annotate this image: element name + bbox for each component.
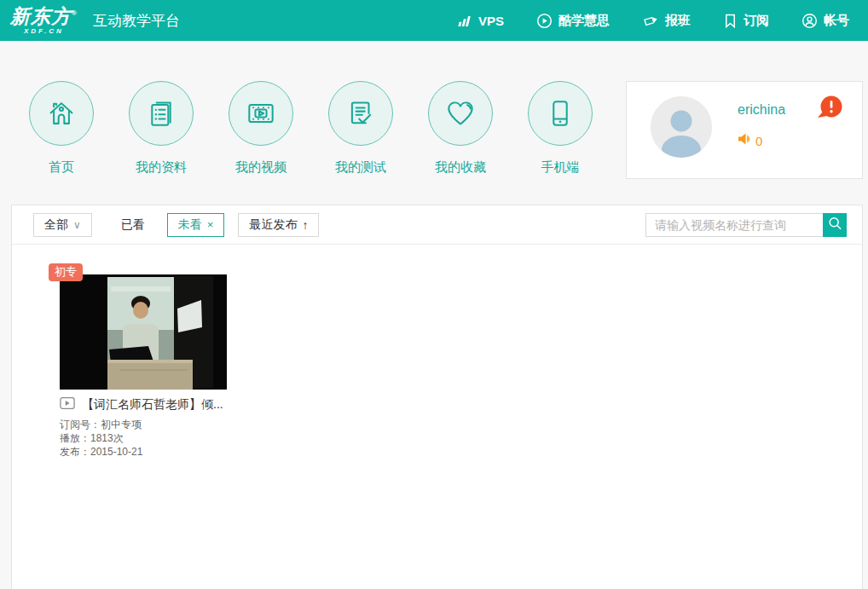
video-grid: 初专 [12,245,862,459]
xdf-logo[interactable]: 新东方® XDF.CN [10,7,78,35]
quick-item-mobile[interactable]: 手机端 [528,81,593,176]
nav-label: 帐号 [824,13,849,29]
video-title[interactable]: 【词汇名师石哲老师】倾... [82,397,223,413]
user-panel: erichina 0 [626,81,863,179]
video-plays: 播放：1813次 [60,431,227,445]
phone-icon [528,81,593,146]
nav-item-vps[interactable]: VPS [456,13,504,29]
search-input[interactable] [645,213,823,237]
quick-label: 我的资料 [136,159,187,176]
filter-unwatched[interactable]: 未看 × [167,213,225,237]
filter-bar: 全部 ∨ 已看 未看 × 最近发布 ↑ [12,205,862,245]
chevron-down-icon: ∨ [73,219,81,231]
quick-item-tests[interactable]: 我的测试 [328,81,393,176]
sort-label: 最近发布 [249,217,297,233]
header-nav: VPS 酷学慧思 报班 订阅 帐号 [456,13,849,29]
nav-label: 酷学慧思 [558,13,610,29]
filter-all-label: 全部 [44,217,68,233]
signal-bars-icon [456,13,472,29]
user-circle-icon [801,13,818,29]
quick-nav-section: 首页 我的资料 [0,41,868,205]
filter-watched-label: 已看 [121,217,145,233]
search-button[interactable] [823,213,847,237]
video-subscription: 订阅号：初中专项 [60,418,227,431]
documents-icon [129,81,194,146]
bookmark-icon [723,13,738,29]
film-icon [229,81,293,146]
sort-recent-button[interactable]: 最近发布 ↑ [238,213,319,237]
arrow-up-icon: ↑ [302,218,308,232]
nav-label: VPS [478,14,504,28]
video-thumbnail-image[interactable] [60,274,227,390]
video-card: 初专 [60,274,227,459]
nav-label: 订阅 [744,13,769,29]
category-badge: 初专 [49,263,83,281]
logo-title: 新东方® [10,7,78,26]
video-list-panel: 全部 ∨ 已看 未看 × 最近发布 ↑ 初专 [11,205,863,589]
heart-icon [428,81,493,146]
quick-label: 首页 [49,159,74,176]
quick-label: 我的测试 [335,159,386,176]
home-icon [29,81,94,146]
top-header: 新东方® XDF.CN 互动教学平台 VPS 酷学慧思 报班 订阅 [0,0,868,41]
filter-unwatched-label: 未看 [178,217,202,233]
nav-item-subscribe[interactable]: 订阅 [723,13,769,29]
quick-item-materials[interactable]: 我的资料 [129,81,194,176]
quick-label: 手机端 [541,159,580,176]
nav-item-account[interactable]: 帐号 [801,13,849,29]
registered-mark: ® [72,9,78,17]
search-icon [826,215,843,234]
play-video-icon [60,396,75,413]
search-box [645,213,847,237]
nav-item-kuxue[interactable]: 酷学慧思 [536,13,610,29]
logo-subtitle: XDF.CN [24,28,64,35]
quick-label: 我的收藏 [435,159,486,176]
alert-bubble-icon[interactable] [817,95,843,124]
filter-watched[interactable]: 已看 [116,213,150,237]
nav-item-baoban[interactable]: 报班 [642,13,691,29]
video-title-row: 【词汇名师石哲老师】倾... [60,396,227,413]
page-title: 互动教学平台 [93,11,180,31]
play-circle-icon [536,13,553,29]
quick-label: 我的视频 [235,159,286,176]
username[interactable]: erichina [738,102,785,118]
test-check-icon [328,81,393,146]
tag-icon [642,13,659,29]
close-icon[interactable]: × [207,218,214,231]
quick-item-videos[interactable]: 我的视频 [229,81,293,176]
avatar[interactable] [651,96,712,158]
message-counter[interactable]: 0 [738,132,762,149]
nav-label: 报班 [665,13,691,29]
quick-item-favorites[interactable]: 我的收藏 [428,81,493,176]
speaker-icon [738,132,752,149]
video-meta: 订阅号：初中专项 播放：1813次 发布：2015-10-21 [60,418,227,459]
video-published: 发布：2015-10-21 [60,445,227,459]
filter-all-dropdown[interactable]: 全部 ∨ [33,213,92,237]
message-count: 0 [755,134,762,148]
quick-item-home[interactable]: 首页 [29,81,94,176]
